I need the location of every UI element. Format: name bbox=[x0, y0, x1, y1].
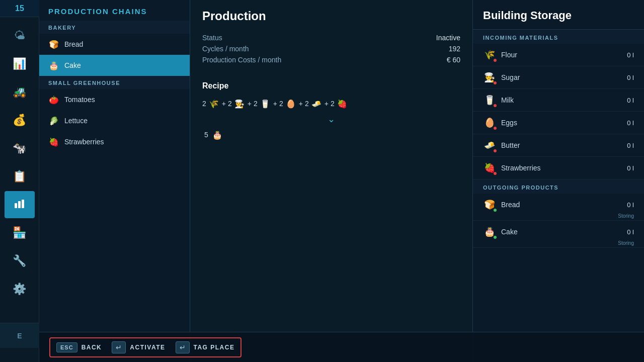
chain-item-strawberries-label: Strawberries bbox=[64, 138, 104, 146]
flour-amount: 0 l bbox=[619, 51, 634, 59]
sidebar-item-notes[interactable]: 📋 bbox=[5, 163, 35, 190]
ingredient-butter: 2 🧈 bbox=[305, 98, 323, 110]
enter-key-activate: ↵ bbox=[112, 341, 126, 353]
bread-out-dot bbox=[494, 209, 497, 212]
sidebar-item-storage[interactable]: 🏪 bbox=[5, 219, 35, 246]
lettuce-icon: 🥬 bbox=[48, 115, 59, 126]
sidebar-item-settings[interactable]: ⚙️ bbox=[5, 276, 35, 303]
stats-table: Status Inactive Cycles / month 192 Produ… bbox=[202, 32, 460, 65]
storage-item-butter: 🧈 Butter 0 l bbox=[473, 134, 644, 157]
eggs-amount: 0 l bbox=[619, 119, 634, 127]
svg-rect-1 bbox=[18, 201, 21, 208]
ingredient-qty-eggs: 2 bbox=[279, 100, 283, 108]
svg-rect-2 bbox=[22, 200, 24, 208]
recipe-arrow: ⌄ bbox=[202, 114, 460, 125]
ingredient-strawberries-recipe: 2 🍓 bbox=[331, 98, 348, 110]
bread-out-amount: 0 l bbox=[619, 201, 634, 209]
sidebar-item-stats[interactable]: 📊 bbox=[5, 50, 35, 77]
chain-item-strawberries[interactable]: 🍓 Strawberries bbox=[39, 131, 190, 152]
butter-name: Butter bbox=[501, 141, 614, 149]
storage-item-sugar: 🧑‍🍳 Sugar 0 l bbox=[473, 66, 644, 89]
sidebar-item-tractor[interactable]: 🚜 bbox=[5, 78, 35, 106]
strawberries-storage-name: Strawberries bbox=[501, 164, 614, 172]
stats-row-status: Status Inactive bbox=[202, 32, 460, 43]
chain-item-lettuce-label: Lettuce bbox=[64, 117, 88, 125]
back-label: BACK bbox=[82, 344, 102, 351]
chain-item-tomatoes-label: Tomatoes bbox=[64, 96, 95, 104]
sugar-status-dot bbox=[494, 81, 497, 84]
flour-name: Flour bbox=[501, 51, 614, 59]
strawberries-storage-icon: 🍓 bbox=[483, 161, 496, 174]
costs-label: Production Costs / month bbox=[202, 56, 281, 64]
chain-item-bread[interactable]: 🍞 Bread bbox=[39, 34, 190, 55]
output-qty: 5 bbox=[204, 131, 208, 139]
activate-button[interactable]: ↵ ACTIVATE bbox=[112, 341, 165, 353]
cake-storing-label: Storing bbox=[618, 240, 634, 246]
ingredient-milk: 2 🥛 bbox=[254, 98, 271, 110]
flour-status-dot bbox=[494, 59, 497, 62]
strawberries-icon: 🍓 bbox=[48, 136, 59, 147]
chain-item-lettuce[interactable]: 🥬 Lettuce bbox=[39, 110, 190, 131]
milk-name: Milk bbox=[501, 96, 614, 104]
category-bakery: BAKERY bbox=[39, 21, 190, 34]
strawberry-recipe-icon: 🍓 bbox=[336, 98, 348, 110]
ingredient-qty-milk: 2 bbox=[254, 100, 258, 108]
bread-out-icon: 🍞 bbox=[483, 198, 496, 211]
sidebar-item-money[interactable]: 💰 bbox=[5, 107, 35, 134]
building-storage-title: Building Storage bbox=[473, 0, 644, 30]
cake-out-name: Cake bbox=[501, 228, 614, 236]
chain-item-cake-label: Cake bbox=[64, 61, 81, 69]
ingredient-sugar: 2 🧑‍🍳 bbox=[228, 98, 246, 110]
sidebar-item-machine[interactable]: 🔧 bbox=[5, 247, 35, 275]
status-label: Status bbox=[202, 34, 222, 42]
status-value: Inactive bbox=[436, 34, 460, 42]
bread-storing-label: Storing bbox=[618, 213, 634, 219]
flour-icon: 🌾 bbox=[208, 98, 220, 110]
sidebar-item-e[interactable]: E bbox=[0, 323, 39, 348]
sidebar-item-livestock[interactable]: 🐄 bbox=[5, 135, 35, 162]
ingredient-qty-butter: 2 bbox=[305, 100, 309, 108]
eggs-name: Eggs bbox=[501, 119, 614, 127]
storage-item-flour: 🌾 Flour 0 l bbox=[473, 44, 644, 66]
sugar-storage-icon: 🧑‍🍳 bbox=[483, 71, 496, 84]
sugar-amount: 0 l bbox=[619, 74, 634, 81]
sidebar-item-weather[interactable]: 🌤 bbox=[5, 22, 35, 49]
eggs-icon: 🥚 bbox=[285, 98, 297, 110]
chain-item-tomatoes[interactable]: 🍅 Tomatoes bbox=[39, 89, 190, 110]
butter-amount: 0 l bbox=[619, 142, 634, 149]
enter-key-tag: ↵ bbox=[176, 341, 190, 353]
bread-icon: 🍞 bbox=[48, 39, 59, 50]
eggs-status-dot bbox=[494, 127, 497, 130]
outgoing-products-header: OUTGOING PRODUCTS bbox=[473, 179, 644, 194]
chain-item-bread-label: Bread bbox=[64, 40, 83, 48]
strawberries-storage-amount: 0 l bbox=[619, 164, 634, 172]
ingredient-eggs: 2 🥚 bbox=[279, 98, 297, 110]
butter-storage-icon: 🧈 bbox=[483, 139, 496, 152]
tomatoes-icon: 🍅 bbox=[48, 94, 59, 105]
cake-out-amount: 0 l bbox=[619, 228, 634, 236]
milk-storage-icon: 🥛 bbox=[483, 94, 496, 107]
right-panel: Building Storage INCOMING MATERIALS 🌾 Fl… bbox=[473, 0, 644, 362]
tag-place-button[interactable]: ↵ TAG PLACE bbox=[176, 341, 235, 353]
svg-rect-0 bbox=[15, 203, 17, 208]
milk-status-dot bbox=[494, 104, 497, 107]
cake-icon: 🎂 bbox=[48, 60, 59, 71]
bottom-buttons-box: ESC BACK ↵ ACTIVATE ↵ TAG PLACE bbox=[49, 337, 242, 357]
activate-label: ACTIVATE bbox=[130, 344, 165, 351]
stats-row-costs: Production Costs / month € 60 bbox=[202, 54, 460, 65]
bottom-bar: ESC BACK ↵ ACTIVATE ↵ TAG PLACE bbox=[39, 332, 644, 362]
storage-item-cake-out: 🎂 Cake 0 l Storing bbox=[473, 221, 644, 248]
category-greenhouse: SMALL GREENHOUSE bbox=[39, 76, 190, 89]
ingredient-flour: 2 🌾 bbox=[202, 98, 220, 110]
chain-item-cake[interactable]: 🎂 Cake bbox=[39, 55, 190, 76]
middle-panel: Production Status Inactive Cycles / mont… bbox=[190, 0, 473, 362]
sidebar-item-production[interactable] bbox=[5, 191, 35, 218]
milk-icon: 🥛 bbox=[259, 98, 271, 110]
back-button[interactable]: ESC BACK bbox=[56, 342, 102, 352]
main-content: PRODUCTION CHAINS BAKERY 🍞 Bread 🎂 Cake … bbox=[39, 0, 644, 362]
costs-value: € 60 bbox=[447, 56, 460, 64]
butter-status-dot bbox=[494, 149, 497, 152]
recipe-ingredients: 2 🌾 + 2 🧑‍🍳 + 2 🥛 + 2 🥚 + bbox=[202, 98, 460, 110]
level-badge: 15 bbox=[0, 0, 39, 17]
sugar-icon: 🧑‍🍳 bbox=[233, 98, 246, 110]
